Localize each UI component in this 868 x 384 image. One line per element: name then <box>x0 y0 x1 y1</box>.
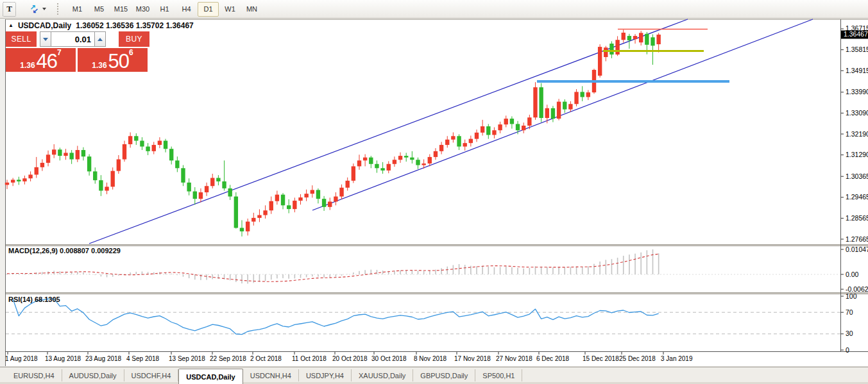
timeframe-button-h1[interactable]: H1 <box>154 2 175 17</box>
sell-price-main: 46 <box>37 54 57 69</box>
chart-tab-usdjpy-h4[interactable]: USDJPY,H4 <box>299 369 352 381</box>
timeframe-button-m5[interactable]: M5 <box>89 2 110 17</box>
svg-text:1.33990: 1.33990 <box>846 88 868 96</box>
one-click-trading-panel: SELL 0.01 BUY 1.36 46 7 1.36 50 6 <box>6 30 151 72</box>
triangle-up-icon: ▲ <box>8 22 13 28</box>
svg-text:1 Aug 2018: 1 Aug 2018 <box>5 355 38 362</box>
buy-button[interactable]: BUY <box>119 31 149 47</box>
chart-tab-usdcnh-h4[interactable]: USDCNH,H4 <box>243 369 299 381</box>
svg-text:1.29465: 1.29465 <box>846 193 868 201</box>
svg-text:15 Dec 2018: 15 Dec 2018 <box>583 355 619 362</box>
chevron-down-icon <box>42 8 46 10</box>
svg-text:8 Nov 2018: 8 Nov 2018 <box>414 355 447 362</box>
svg-text:1.35815: 1.35815 <box>846 46 868 53</box>
svg-text:0.00: 0.00 <box>846 271 859 278</box>
top-toolbar: T ↗↙ M1M5M15M30H1H4D1W1MN <box>0 0 868 19</box>
svg-text:3 Jan 2019: 3 Jan 2019 <box>661 355 693 362</box>
svg-text:6 Dec 2018: 6 Dec 2018 <box>536 355 570 362</box>
svg-text:4 Sep 2018: 4 Sep 2018 <box>126 355 160 362</box>
macd-indicator-label: MACD(12,26,9) 0.008807 0.009229 <box>8 247 121 255</box>
svg-text:0: 0 <box>846 346 849 354</box>
chevron-down-icon <box>43 38 48 41</box>
svg-text:100: 100 <box>846 292 857 300</box>
chart-tab-eurusd-h4[interactable]: EURUSD,H4 <box>6 369 62 381</box>
volume-increase-button[interactable] <box>94 31 106 47</box>
chart-tab-bar: EURUSD,H4AUDUSD,DailyUSDCHF,H4USDCAD,Dai… <box>0 367 868 384</box>
sell-price-sup: 7 <box>57 49 62 56</box>
svg-text:25 Dec 2018: 25 Dec 2018 <box>619 355 656 362</box>
chart-tab-sp500-h1[interactable]: SP500,H1 <box>475 369 522 381</box>
timeframe-button-w1[interactable]: W1 <box>219 2 241 17</box>
current-price-tag: 1.36467 <box>841 30 868 38</box>
volume-decrease-button[interactable] <box>40 31 51 47</box>
svg-text:23 Aug 2018: 23 Aug 2018 <box>85 355 122 362</box>
chart-symbol-label: USDCAD,Daily <box>18 21 71 30</box>
svg-text:1.33090: 1.33090 <box>846 109 868 117</box>
svg-text:13 Sep 2018: 13 Sep 2018 <box>169 355 205 362</box>
svg-text:1.32190: 1.32190 <box>846 130 868 138</box>
sell-price-prefix: 1.36 <box>20 62 35 69</box>
svg-text:1.36467: 1.36467 <box>844 30 868 38</box>
text-tool-icon[interactable]: T <box>3 2 16 17</box>
timeframe-button-d1[interactable]: D1 <box>198 2 219 17</box>
toolbar-drag-handle[interactable] <box>57 3 60 15</box>
svg-text:1.27665: 1.27665 <box>846 235 868 243</box>
chart-tab-usdchf-h4[interactable]: USDCHF,H4 <box>124 369 179 381</box>
timeframe-group: M1M5M15M30H1H4D1W1MN <box>67 2 263 17</box>
chart-tab-audusd-daily[interactable]: AUDUSD,Daily <box>62 369 124 381</box>
buy-sell-arrows-icon: ↗↙ <box>30 4 39 14</box>
svg-text:0.010474: 0.010474 <box>846 246 868 253</box>
svg-text:1.28565: 1.28565 <box>846 214 868 222</box>
sell-button[interactable]: SELL <box>6 31 37 47</box>
svg-text:1.34915: 1.34915 <box>846 67 868 74</box>
svg-text:30 Oct 2018: 30 Oct 2018 <box>371 355 407 362</box>
chart-ohlc-values: 1.36052 1.36536 1.35702 1.36467 <box>76 21 194 30</box>
chart-tab-xauusd-daily[interactable]: XAUUSD,Daily <box>352 369 413 381</box>
sell-price-box[interactable]: 1.36 46 7 <box>6 48 76 72</box>
svg-text:1.30365: 1.30365 <box>846 172 868 180</box>
timeframe-button-h4[interactable]: H4 <box>176 2 197 17</box>
svg-text:20 Oct 2018: 20 Oct 2018 <box>332 355 368 362</box>
mt4-terminal: { "toolbar": { "text_tool_label": "T", "… <box>0 0 868 384</box>
svg-text:70: 70 <box>846 308 853 316</box>
svg-text:13 Aug 2018: 13 Aug 2018 <box>45 355 81 362</box>
buy-price-prefix: 1.36 <box>92 62 106 69</box>
chevron-up-icon <box>98 38 103 41</box>
rsi-indicator-label: RSI(14) 68.1305 <box>8 296 60 303</box>
timeframe-button-m30[interactable]: M30 <box>132 2 153 17</box>
svg-text:1.31290: 1.31290 <box>846 151 868 158</box>
buy-price-main: 50 <box>108 54 129 69</box>
volume-input[interactable]: 0.01 <box>51 31 94 47</box>
timeframe-button-mn[interactable]: MN <box>241 2 262 17</box>
chart-title: ▲ USDCAD,Daily 1.36052 1.36536 1.35702 1… <box>8 21 194 30</box>
svg-text:27 Nov 2018: 27 Nov 2018 <box>496 355 532 362</box>
timeframe-button-m1[interactable]: M1 <box>67 2 88 17</box>
chart-tab-usdcad-daily[interactable]: USDCAD,Daily <box>178 369 243 384</box>
buy-price-box[interactable]: 1.36 50 6 <box>78 48 148 72</box>
buy-price-sup: 6 <box>129 49 133 56</box>
svg-text:11 Oct 2018: 11 Oct 2018 <box>292 355 327 362</box>
chart-tab-gbpusd-daily[interactable]: GBPUSD,Daily <box>413 369 475 381</box>
svg-text:30: 30 <box>846 330 853 337</box>
symbol-arrows-button[interactable]: ↗↙ <box>25 2 51 17</box>
timeframe-button-m15[interactable]: M15 <box>110 2 132 17</box>
svg-text:2 Oct 2018: 2 Oct 2018 <box>250 355 282 362</box>
svg-text:22 Sep 2018: 22 Sep 2018 <box>210 355 246 362</box>
svg-text:17 Nov 2018: 17 Nov 2018 <box>454 355 491 362</box>
